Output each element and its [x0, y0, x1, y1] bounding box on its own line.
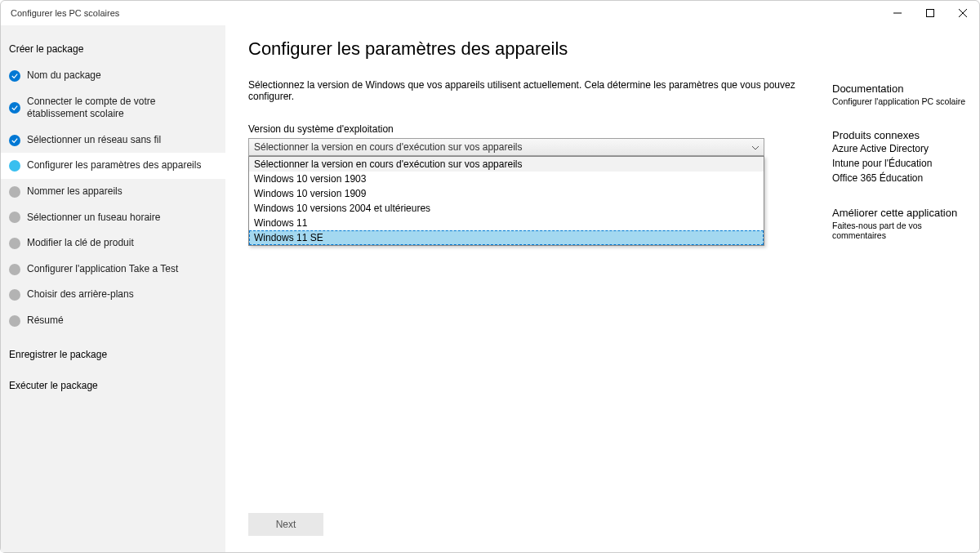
- sidebar-item-2[interactable]: Sélectionner un réseau sans fil: [1, 127, 225, 154]
- sidebar-item-0[interactable]: Nom du package: [1, 63, 225, 89]
- os-version-label: Version du système d'exploitation: [248, 123, 809, 135]
- sidebar-item-label: Sélectionner un réseau sans fil: [27, 134, 161, 147]
- window-title: Configurer les PC scolaires: [11, 8, 119, 18]
- step-status-icon: [9, 160, 20, 172]
- sidebar-item-7[interactable]: Configurer l'application Take a Test: [1, 256, 225, 283]
- sidebar-item-label: Configurer l'application Take a Test: [27, 263, 178, 276]
- os-version-option-5[interactable]: Windows 11 SE: [249, 230, 764, 245]
- os-version-option-4[interactable]: Windows 11: [249, 216, 764, 230]
- step-status-icon: [9, 102, 20, 114]
- sidebar-item-9[interactable]: Résumé: [1, 308, 225, 334]
- app-window: Configurer les PC scolaires Créer le pac…: [0, 0, 980, 553]
- sidebar-item-label: Configurer les paramètres des appareils: [27, 159, 201, 172]
- step-status-icon: [9, 289, 20, 301]
- sidebar-item-label: Nom du package: [27, 69, 101, 83]
- sidebar-item-5[interactable]: Sélectionner un fuseau horaire: [1, 205, 225, 231]
- os-version-option-1[interactable]: Windows 10 version 1903: [249, 172, 764, 186]
- chevron-down-icon: [752, 141, 759, 153]
- product-link-2[interactable]: Office 365 Éducation: [832, 172, 971, 184]
- sidebar-item-6[interactable]: Modifier la clé de produit: [1, 230, 225, 256]
- sidebar: Créer le package Nom du packageConnecter…: [1, 25, 225, 552]
- sidebar-item-label: Modifier la clé de produit: [27, 237, 134, 250]
- titlebar: Configurer les PC scolaires: [1, 1, 979, 25]
- sidebar-section-0[interactable]: Enregistrer le package: [1, 334, 225, 365]
- sidebar-item-label: Résumé: [27, 314, 64, 328]
- page-description: Sélectionnez la version de Windows que v…: [248, 79, 809, 102]
- product-link-0[interactable]: Azure Active Directory: [832, 143, 971, 154]
- sidebar-item-3[interactable]: Configurer les paramètres des appareils: [1, 153, 225, 179]
- page-title: Configurer les paramètres des appareils: [248, 38, 809, 60]
- window-controls: [881, 1, 979, 25]
- maximize-button[interactable]: [914, 1, 947, 25]
- product-link-1[interactable]: Intune pour l'Éducation: [832, 158, 971, 169]
- sidebar-item-label: Sélectionner un fuseau horaire: [27, 212, 160, 225]
- step-status-icon: [9, 238, 20, 249]
- documentation-header: Documentation: [832, 83, 971, 95]
- svg-rect-1: [927, 10, 934, 17]
- improve-header: Améliorer cette application: [832, 207, 971, 219]
- sidebar-item-label: Connecter le compte de votre établisseme…: [27, 96, 217, 121]
- os-version-select[interactable]: Sélectionner la version en cours d'exécu…: [248, 138, 764, 156]
- main-panel: Configurer les paramètres des appareils …: [225, 25, 832, 552]
- os-version-option-3[interactable]: Windows 10 versions 2004 et ultérieures: [249, 201, 764, 216]
- feedback-link[interactable]: Faites-nous part de vos commentaires: [832, 221, 971, 240]
- step-status-icon: [9, 264, 20, 275]
- os-version-select-value: Sélectionner la version en cours d'exécu…: [254, 141, 522, 153]
- maximize-icon: [926, 9, 934, 17]
- minimize-button[interactable]: [881, 1, 914, 25]
- sidebar-item-label: Nommer les appareils: [27, 185, 122, 198]
- documentation-link[interactable]: Configurer l'application PC scolaire: [832, 96, 971, 106]
- os-version-option-2[interactable]: Windows 10 version 1909: [249, 186, 764, 201]
- content: Créer le package Nom du packageConnecter…: [1, 25, 979, 552]
- right-panel: Documentation Configurer l'application P…: [832, 25, 979, 552]
- step-status-icon: [9, 135, 20, 146]
- step-status-icon: [9, 315, 20, 327]
- close-button[interactable]: [947, 1, 979, 25]
- sidebar-item-label: Choisir des arrière-plans: [27, 288, 134, 301]
- next-button[interactable]: Next: [248, 513, 323, 536]
- products-header: Produits connexes: [832, 129, 971, 141]
- step-status-icon: [9, 70, 20, 82]
- sidebar-header: Créer le package: [1, 33, 225, 63]
- step-status-icon: [9, 186, 20, 198]
- close-icon: [959, 9, 967, 17]
- minimize-icon: [893, 9, 902, 17]
- sidebar-section-1[interactable]: Exécuter le package: [1, 365, 225, 396]
- os-version-dropdown: Sélectionner la version en cours d'exécu…: [248, 156, 764, 246]
- os-version-option-0[interactable]: Sélectionner la version en cours d'exécu…: [249, 157, 764, 172]
- sidebar-item-8[interactable]: Choisir des arrière-plans: [1, 282, 225, 308]
- sidebar-item-4[interactable]: Nommer les appareils: [1, 179, 225, 205]
- os-version-select-wrap: Sélectionner la version en cours d'exécu…: [248, 138, 764, 156]
- step-status-icon: [9, 212, 20, 223]
- sidebar-item-1[interactable]: Connecter le compte de votre établisseme…: [1, 89, 225, 127]
